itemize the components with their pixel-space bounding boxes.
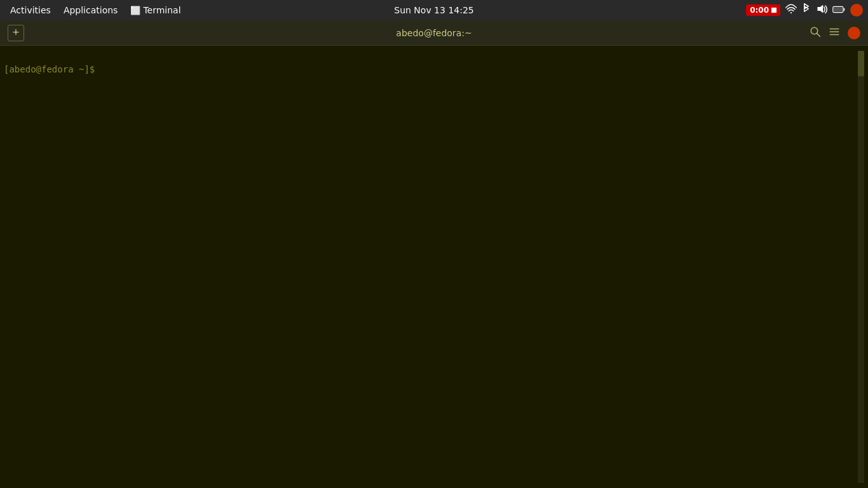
activities-menu[interactable]: Activities — [5, 4, 56, 17]
terminal-titlebar: + abedo@fedora:~ — [0, 20, 868, 46]
terminal-window: + abedo@fedora:~ [abedo@fedora ~]$ — [0, 20, 868, 488]
system-bar-left: Activities Applications ⬜ Terminal — [5, 4, 186, 17]
recording-badge[interactable]: 0:00 — [746, 4, 780, 16]
svg-line-6 — [817, 33, 820, 36]
system-bar-right: 0:00 — [746, 3, 863, 17]
terminal-content[interactable]: [abedo@fedora ~]$ — [0, 46, 868, 488]
terminal-output[interactable]: [abedo@fedora ~]$ — [4, 51, 858, 483]
titlebar-right — [810, 26, 860, 40]
terminal-title: abedo@fedora:~ — [396, 28, 471, 38]
recording-square-icon — [771, 8, 776, 13]
svg-marker-1 — [817, 4, 823, 13]
terminal-menu-icon[interactable] — [829, 26, 840, 40]
scrollbar-thumb[interactable] — [858, 51, 864, 76]
terminal-prompt: [abedo@fedora ~]$ — [4, 64, 95, 74]
terminal-scrollbar[interactable] — [858, 51, 864, 483]
svg-rect-4 — [834, 7, 843, 11]
new-tab-button[interactable]: + — [8, 25, 24, 41]
terminal-user-icon[interactable] — [848, 27, 860, 39]
bluetooth-icon[interactable] — [802, 3, 811, 17]
svg-point-0 — [790, 12, 792, 13]
terminal-menu-item[interactable]: ⬜ Terminal — [125, 4, 186, 17]
volume-icon[interactable] — [816, 4, 827, 17]
terminal-window-icon: ⬜ — [130, 6, 140, 15]
titlebar-left: + — [8, 25, 24, 41]
applications-menu[interactable]: Applications — [58, 4, 123, 17]
system-datetime: Sun Nov 13 14:25 — [394, 5, 473, 15]
user-avatar[interactable] — [850, 4, 863, 17]
svg-rect-3 — [844, 8, 845, 11]
terminal-search-icon[interactable] — [810, 26, 821, 40]
battery-icon[interactable] — [832, 4, 845, 17]
recording-time: 0:00 — [750, 6, 769, 15]
system-bar: Activities Applications ⬜ Terminal Sun N… — [0, 0, 868, 20]
wifi-icon[interactable] — [785, 4, 797, 17]
